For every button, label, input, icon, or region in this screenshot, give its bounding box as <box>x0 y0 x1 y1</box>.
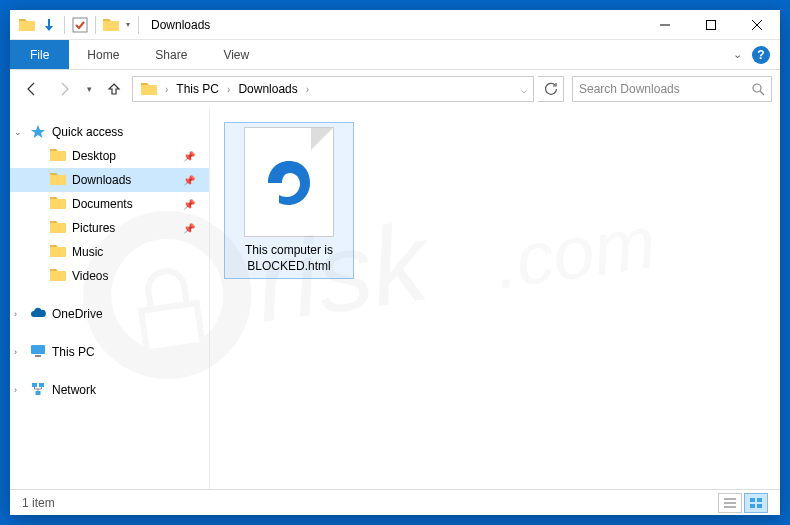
svg-rect-8 <box>35 355 41 357</box>
star-icon <box>30 124 46 140</box>
cloud-icon <box>30 306 46 322</box>
back-button[interactable] <box>18 75 46 103</box>
network-icon <box>30 382 46 398</box>
pin-icon: 📌 <box>183 223 195 234</box>
file-item[interactable]: This computer is BLOCKED.html <box>224 122 354 279</box>
sidebar-item-label: Pictures <box>72 221 115 235</box>
file-name-label: This computer is BLOCKED.html <box>229 243 349 274</box>
ribbon: File Home Share View ⌄ ? <box>10 40 780 70</box>
svg-rect-12 <box>750 498 755 502</box>
download-arrow-icon <box>38 14 60 36</box>
svg-rect-7 <box>31 345 45 354</box>
sidebar-quick-access[interactable]: ⌄ Quick access <box>10 120 209 144</box>
thumbnails-view-button[interactable] <box>744 493 768 513</box>
item-count-label: 1 item <box>22 496 55 510</box>
sidebar-item-documents[interactable]: Documents 📌 <box>10 192 209 216</box>
sidebar-item-label: Desktop <box>72 149 116 163</box>
svg-rect-9 <box>32 383 37 387</box>
qat-dropdown-icon[interactable]: ▾ <box>122 14 134 36</box>
edge-icon <box>262 155 316 209</box>
sidebar-item-label: This PC <box>52 345 95 359</box>
breadcrumb-item[interactable]: Downloads <box>232 77 303 101</box>
chevron-right-icon[interactable]: › <box>304 84 311 95</box>
sidebar-item-music[interactable]: Music <box>10 240 209 264</box>
breadcrumb-item[interactable]: This PC <box>170 77 225 101</box>
folder-icon <box>16 14 38 36</box>
folder-icon <box>50 220 66 236</box>
sidebar-item-thispc[interactable]: › This PC <box>10 340 209 364</box>
addressbar: ▾ › This PC › Downloads › ⌵ <box>10 70 780 108</box>
window-title: Downloads <box>151 18 210 32</box>
file-thumbnail <box>244 127 334 237</box>
caret-icon: › <box>14 385 17 395</box>
refresh-button[interactable] <box>538 76 564 102</box>
breadcrumb-root-icon[interactable] <box>135 77 163 101</box>
checkbox-icon[interactable] <box>69 14 91 36</box>
separator <box>95 16 96 34</box>
help-button[interactable]: ? <box>752 46 770 64</box>
tab-home[interactable]: Home <box>69 40 137 69</box>
sidebar-item-label: Quick access <box>52 125 123 139</box>
sidebar-item-label: Documents <box>72 197 133 211</box>
sidebar-item-pictures[interactable]: Pictures 📌 <box>10 216 209 240</box>
maximize-button[interactable] <box>688 10 734 40</box>
sidebar-item-label: Downloads <box>72 173 131 187</box>
file-tab[interactable]: File <box>10 40 69 69</box>
folder-icon <box>50 148 66 164</box>
tab-share[interactable]: Share <box>137 40 205 69</box>
pin-icon: 📌 <box>183 199 195 210</box>
main-area: ⌄ Quick access Desktop 📌 Downloads 📌 <box>10 108 780 489</box>
statusbar: 1 item <box>10 489 780 515</box>
search-icon <box>752 83 765 96</box>
sidebar-item-downloads[interactable]: Downloads 📌 <box>10 168 209 192</box>
chevron-right-icon[interactable]: › <box>163 84 170 95</box>
details-view-button[interactable] <box>718 493 742 513</box>
window-controls <box>642 10 780 40</box>
sidebar-item-label: Videos <box>72 269 108 283</box>
search-box[interactable] <box>572 76 772 102</box>
svg-rect-11 <box>36 391 41 395</box>
sidebar-item-desktop[interactable]: Desktop 📌 <box>10 144 209 168</box>
quick-access-toolbar: ▾ Downloads <box>10 14 210 36</box>
svg-rect-13 <box>757 498 762 502</box>
chevron-right-icon[interactable]: › <box>225 84 232 95</box>
folder-icon <box>100 14 122 36</box>
sidebar-item-videos[interactable]: Videos <box>10 264 209 288</box>
sidebar-item-label: Network <box>52 383 96 397</box>
recent-dropdown-icon[interactable]: ▾ <box>82 75 96 103</box>
ribbon-expand-icon[interactable]: ⌄ <box>733 48 742 61</box>
sidebar-item-onedrive[interactable]: › OneDrive <box>10 302 209 326</box>
navigation-pane: ⌄ Quick access Desktop 📌 Downloads 📌 <box>10 108 210 489</box>
explorer-window: risk .com ▾ Downloads <box>10 10 780 515</box>
breadcrumb[interactable]: › This PC › Downloads › ⌵ <box>132 76 534 102</box>
sidebar-item-label: OneDrive <box>52 307 103 321</box>
svg-point-6 <box>753 84 761 92</box>
separator <box>64 16 65 34</box>
pin-icon: 📌 <box>183 151 195 162</box>
folder-icon <box>50 172 66 188</box>
file-list[interactable]: This computer is BLOCKED.html <box>210 108 780 489</box>
svg-rect-10 <box>39 383 44 387</box>
minimize-button[interactable] <box>642 10 688 40</box>
tab-view[interactable]: View <box>205 40 267 69</box>
separator <box>138 16 139 34</box>
breadcrumb-dropdown-icon[interactable]: ⌵ <box>519 84 531 95</box>
titlebar: ▾ Downloads <box>10 10 780 40</box>
folder-icon <box>50 268 66 284</box>
close-button[interactable] <box>734 10 780 40</box>
sidebar-item-network[interactable]: › Network <box>10 378 209 402</box>
svg-rect-14 <box>750 504 755 508</box>
svg-rect-15 <box>757 504 762 508</box>
search-input[interactable] <box>579 82 752 96</box>
caret-icon: › <box>14 309 17 319</box>
up-button[interactable] <box>100 75 128 103</box>
caret-icon: ⌄ <box>14 127 22 137</box>
pin-icon: 📌 <box>183 175 195 186</box>
caret-icon: › <box>14 347 17 357</box>
folder-icon <box>50 196 66 212</box>
svg-rect-5 <box>707 20 716 29</box>
forward-button[interactable] <box>50 75 78 103</box>
sidebar-item-label: Music <box>72 245 103 259</box>
pc-icon <box>30 344 46 360</box>
folder-icon <box>50 244 66 260</box>
